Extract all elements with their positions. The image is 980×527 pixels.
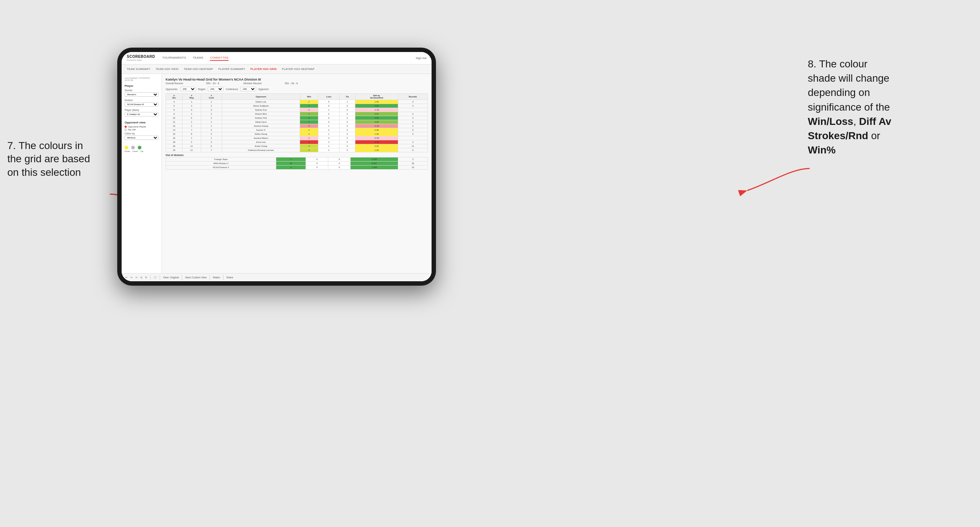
col-tie: Tie <box>340 94 355 100</box>
annotation-bold-strokes: Strokes/Rnd <box>808 130 868 141</box>
toolbar-sep3 <box>182 275 182 280</box>
legend-level-label: Level <box>132 150 137 152</box>
legend-labels: Down Level Up <box>124 150 159 152</box>
annotation-left: 7. The colours in the grid are based on … <box>7 139 114 179</box>
sidebar-radio-group: Opponents Played Top 100 <box>124 125 159 131</box>
annotation-left-line3: on this selection <box>7 167 81 178</box>
filter-row: Opponents: (All) Region (All) Conference… <box>165 87 428 91</box>
toolbar-save-custom[interactable]: Save Custom View <box>185 276 207 279</box>
filter-conference-select[interactable]: (All) <box>208 87 223 91</box>
toolbar-sep4 <box>210 275 210 280</box>
subnav-player-h2h-grid[interactable]: PLAYER H2H GRID <box>250 67 277 71</box>
toolbar-refresh[interactable]: ↻ <box>145 276 147 279</box>
overall-record-value: 353 - 34 - 6 <box>206 82 220 84</box>
nav-items: TOURNAMENTS TEAMS COMMITTEE <box>162 55 415 61</box>
annotation-right-line4: significance of the <box>808 102 890 113</box>
col-diff: Diff AvStrokes/Rnd <box>355 94 398 100</box>
sidebar-player-title: Player <box>124 84 159 87</box>
subnav-team-h2h-grid[interactable]: TEAM H2H GRID <box>156 67 179 71</box>
tablet-frame: SCOREBOARD Powered by clippd TOURNAMENTS… <box>117 48 436 286</box>
division-record-label: Division Record: <box>243 82 262 84</box>
toolbar-share[interactable]: Share <box>226 276 233 279</box>
sub-nav: TEAM SUMMARY TEAM H2H GRID TEAM H2H HEAT… <box>122 65 431 74</box>
logo-sub: Powered by clippd <box>127 59 155 61</box>
out-of-division-table: Foreign Team 1 0 0 4.500 2 NAIA Division… <box>165 157 428 170</box>
toolbar-watch[interactable]: Watch <box>213 276 220 279</box>
subnav-player-h2h-heatmap[interactable]: PLAYER H2H HEATMAP <box>282 67 315 71</box>
radio-top100-label: Top 100 <box>128 129 135 131</box>
sidebar: Last Updated: 27/03/2024 16:55:38 Player… <box>122 74 162 281</box>
annotation-bold-diff: Diff Av <box>859 116 891 127</box>
subnav-team-summary[interactable]: TEAM SUMMARY <box>127 67 151 71</box>
tablet-screen: SCOREBOARD Powered by clippd TOURNAMENTS… <box>122 52 431 281</box>
table-row: 1063 Andrea York 2 0 0 4.00 4 <box>166 116 428 120</box>
table-row: 1611 Jessica Mason 1 2 0 -0.94 <box>166 136 428 140</box>
nav-tournaments[interactable]: TOURNAMENTS <box>162 55 186 61</box>
filter-opponent-select[interactable]: (All) <box>240 87 256 91</box>
filter-opponents-label: Opponents: <box>165 88 178 90</box>
legend-area: Down Level Up <box>124 146 159 152</box>
toolbar-view-original[interactable]: View: Original <box>163 276 179 279</box>
table-row: 20117 Federica Domecq Lacroze 2 1 0 1.33… <box>166 148 428 152</box>
table-row: 311 Esther Lee 1 0 1 1.50 4 <box>166 100 428 104</box>
filter-conference-label: Conference <box>226 88 238 90</box>
legend-circles <box>124 146 159 149</box>
sidebar-player-rank-select[interactable]: 8. Katelyn Vo <box>124 112 159 116</box>
table-row: 914 Sharon Mun 1 0 0 3.67 3 <box>166 112 428 116</box>
subnav-player-summary[interactable]: PLAYER SUMMARY <box>218 67 245 71</box>
col-conf: #Conf <box>201 94 222 100</box>
sidebar-radio-opponents[interactable]: Opponents Played <box>124 125 159 128</box>
table-row: Foreign Team 1 0 0 4.500 2 <box>166 157 428 162</box>
sidebar-opponent-view-title: Opponent view <box>124 121 159 124</box>
col-loss: Loss <box>318 94 340 100</box>
radio-opponents-label: Opponents Played <box>128 125 146 128</box>
toolbar-sep2 <box>160 275 160 280</box>
annotation-right-line2: shade will change <box>808 73 889 84</box>
toolbar-copy[interactable]: ⎘ <box>141 276 142 279</box>
toolbar-sep5 <box>223 275 223 280</box>
toolbar-clock[interactable]: 🕐 <box>153 276 157 279</box>
annotation-left-line2: the grid are based <box>7 153 90 164</box>
col-reg: #Reg <box>183 94 201 100</box>
annotation-left-line1: 7. The colours in <box>7 140 83 151</box>
filter-region-label: Region <box>198 88 206 90</box>
table-row: 1474 Eunice Yi 2 2 0 0.38 9 <box>166 128 428 132</box>
grid-area: Katelyn Vo Head-to-Head Grid for Women's… <box>162 74 431 281</box>
table-row: NAIA Division 1 15 0 0 9.267 30 <box>166 162 428 165</box>
table-row: 522 Alexis Sudjianto 1 0 0 4.00 3 <box>166 104 428 108</box>
sidebar-timestamp: Last Updated: 27/03/2024 16:55:38 <box>124 77 159 81</box>
toolbar-sep1 <box>150 275 151 280</box>
toolbar-undo[interactable]: ↩ <box>125 276 127 279</box>
logo-text: SCOREBOARD <box>127 55 155 59</box>
annotation-right-line3: depending on <box>808 87 870 98</box>
sidebar-colour-by-select[interactable]: Win/loss <box>124 135 159 140</box>
nav-sign-out[interactable]: Sign out <box>416 56 426 60</box>
annotation-bold-win-loss: Win/Loss <box>808 116 853 127</box>
sidebar-radio-top100[interactable]: Top 100 <box>124 129 159 131</box>
table-row: 1585 Stella Cheng 1 1 0 1.25 4 <box>166 132 428 136</box>
table-row: NCAA Division 2 5 0 0 7.400 10 <box>166 165 428 170</box>
filter-region-select[interactable]: (All) <box>180 87 196 91</box>
grid-records: Overall Record: 353 - 34 - 6 Division Re… <box>165 82 428 84</box>
col-div: #Div <box>166 94 183 100</box>
subnav-team-h2h-heatmap[interactable]: TEAM H2H HEATMAP <box>183 67 213 71</box>
data-table: #Div #Reg #Conf Opponent Win Loss Tie Di… <box>165 94 428 152</box>
sidebar-division-select[interactable]: NCAA Division III <box>124 102 159 106</box>
main-content: Last Updated: 27/03/2024 16:55:38 Player… <box>122 74 431 281</box>
legend-up-label: Up <box>141 150 143 152</box>
nav-committee[interactable]: COMMITTEE <box>210 55 229 61</box>
nav-teams[interactable]: TEAMS <box>193 55 203 61</box>
table-row: 20116 Emily Chang 4 1 0 0.30 11 <box>166 144 428 148</box>
sidebar-gender-select[interactable]: Women's <box>124 92 159 97</box>
sidebar-gender-label: Gender <box>124 89 159 92</box>
table-row: 1111 Heejo Hyun 1 0 0 3.33 3 <box>166 120 428 124</box>
toolbar-redo[interactable]: ↪ <box>130 276 133 279</box>
legend-down-label: Down <box>124 150 130 152</box>
sidebar-player-rank-label: Player (Rank) <box>124 109 159 111</box>
table-row: 633 Sydney Kuo 0 1 0 -1.00 <box>166 108 428 112</box>
annotation-bold-winpct: Win% <box>808 144 836 156</box>
sidebar-colour-by-label: Colour by <box>124 132 159 135</box>
legend-up-circle <box>138 146 142 149</box>
col-win: Win <box>300 94 318 100</box>
toolbar-undo2[interactable]: ↩ <box>135 276 138 279</box>
